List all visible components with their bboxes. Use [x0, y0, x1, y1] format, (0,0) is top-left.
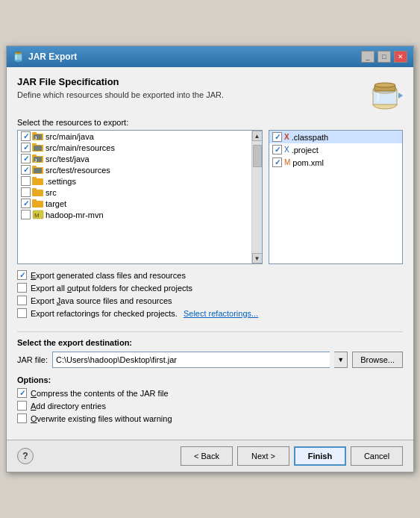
svg-rect-7 — [32, 132, 37, 134]
svg-rect-21 — [32, 177, 37, 179]
file-checkbox[interactable] — [272, 132, 282, 142]
tree-item[interactable]: src/main/resources — [18, 142, 251, 153]
destination-row: JAR file: ▼ Browse... — [17, 352, 403, 368]
option-label: Export generated class files and resourc… — [31, 271, 186, 280]
option-checkbox[interactable] — [17, 270, 27, 280]
dialog-footer: ? < Back Next > Finish Cancel — [7, 440, 413, 472]
jar-file-dropdown[interactable]: ▼ — [334, 352, 348, 368]
classpath-file-icon: X — [284, 133, 289, 141]
file-item-pom[interactable]: M pom.xml — [269, 156, 402, 169]
tree-scroll[interactable]: J src/main/java src/main/resources J src… — [18, 131, 251, 263]
maximize-button[interactable]: □ — [377, 51, 391, 63]
vertical-scrollbar[interactable]: ▲ ▼ — [251, 131, 262, 263]
scroll-up-arrow[interactable]: ▲ — [252, 131, 263, 141]
file-item-classpath[interactable]: X .classpath — [269, 131, 402, 143]
tree-item[interactable]: .settings — [18, 175, 251, 187]
scroll-track[interactable] — [252, 141, 263, 253]
file-panel: X .classpath X .project M pom.xml — [269, 130, 403, 264]
tree-item[interactable]: M hadoop-mr-mvn — [18, 209, 251, 220]
tree-item[interactable]: src — [18, 187, 251, 198]
tree-item[interactable]: J src/main/java — [18, 131, 251, 142]
svg-marker-5 — [398, 93, 403, 99]
svg-rect-23 — [32, 188, 37, 190]
scroll-down-arrow[interactable]: ▼ — [252, 253, 263, 263]
svg-rect-19 — [34, 168, 42, 173]
option-checkbox[interactable] — [17, 401, 27, 411]
tree-checkbox[interactable] — [21, 199, 31, 208]
next-button[interactable]: Next > — [237, 446, 289, 466]
jar-file-input[interactable] — [52, 352, 330, 368]
src-folder-icon — [32, 143, 44, 152]
help-button[interactable]: ? — [17, 448, 34, 464]
option-label: Export refactorings for checked projects… — [31, 309, 180, 318]
svg-rect-18 — [32, 166, 37, 168]
minimize-button[interactable]: _ — [361, 51, 374, 63]
option-checkbox[interactable] — [17, 414, 27, 423]
svg-rect-20 — [32, 178, 43, 185]
svg-rect-24 — [32, 201, 43, 207]
header-text: JAR File Specification Define which reso… — [17, 76, 224, 107]
file-checkbox[interactable] — [272, 157, 282, 167]
xml-file-icon: M — [284, 158, 290, 166]
option-checkbox[interactable] — [17, 296, 27, 305]
tree-checkbox[interactable] — [21, 131, 31, 141]
tree-checkbox[interactable] — [21, 165, 31, 175]
file-item-label: .classpath — [292, 133, 329, 142]
tree-item-label: hadoop-mr-mvn — [46, 210, 104, 219]
destination-section-label: Select the export destination: — [17, 338, 403, 347]
option-label: Compress the contents of the JAR file — [31, 389, 169, 398]
select-refactorings-link[interactable]: Select refactorings... — [184, 309, 258, 318]
file-item-label: .project — [292, 146, 319, 155]
export-options: Export generated class files and resourc… — [17, 270, 403, 318]
option-checkbox[interactable] — [17, 283, 27, 293]
tree-item-label: src/main/java — [46, 132, 94, 141]
footer-left: ? — [17, 448, 34, 464]
scroll-thumb[interactable] — [253, 145, 262, 167]
folder-icon — [32, 187, 44, 197]
file-checkbox[interactable] — [272, 145, 282, 155]
tree-item[interactable]: src/test/resources — [18, 164, 251, 175]
tree-checkbox[interactable] — [21, 210, 31, 219]
jar-icon-small: 🫙 — [13, 52, 24, 62]
src-folder-icon — [32, 165, 44, 175]
option-checkbox[interactable] — [17, 308, 27, 318]
tree-checkbox[interactable] — [21, 176, 31, 186]
project-file-icon: X — [284, 146, 289, 154]
browse-button[interactable]: Browse... — [352, 352, 403, 368]
tree-item[interactable]: J src/test/java — [18, 153, 251, 164]
file-item-project[interactable]: X .project — [269, 143, 402, 156]
footer-buttons: < Back Next > Finish Cancel — [181, 446, 403, 466]
tree-item-label: src/test/java — [46, 155, 90, 163]
titlebar-title: 🫙 JAR Export — [13, 52, 77, 62]
folder-icon — [32, 199, 44, 208]
export-option-1: Export generated class files and resourc… — [17, 270, 403, 280]
section-description: Define which resources should be exporte… — [17, 90, 224, 99]
window-title: JAR Export — [28, 52, 77, 62]
tree-item[interactable]: target — [18, 198, 251, 209]
svg-text:J: J — [34, 136, 37, 140]
cancel-button[interactable]: Cancel — [351, 446, 403, 466]
svg-rect-22 — [32, 190, 43, 196]
tree-checkbox[interactable] — [21, 187, 31, 197]
option-checkbox[interactable] — [17, 388, 27, 398]
separator-1 — [17, 331, 403, 332]
export-option-4: Export refactorings for checked projects… — [17, 308, 403, 318]
tree-item-label: src — [46, 188, 57, 197]
tree-item-label: src/main/resources — [46, 143, 115, 152]
options-label: Options: — [17, 375, 403, 384]
svg-text:M: M — [34, 212, 40, 219]
src-folder-icon: J — [32, 131, 44, 141]
close-button[interactable]: ✕ — [394, 51, 407, 63]
tree-checkbox[interactable] — [21, 154, 31, 163]
titlebar-controls: _ □ ✕ — [361, 51, 407, 63]
src-folder-icon: J — [32, 154, 44, 163]
tree-checkbox[interactable] — [21, 143, 31, 152]
back-button[interactable]: < Back — [181, 446, 233, 466]
resources-section: J src/main/java src/main/resources J src… — [17, 130, 403, 264]
svg-rect-12 — [34, 146, 42, 151]
tree-item-label: .settings — [46, 177, 76, 186]
tree-item-label: target — [46, 199, 66, 208]
main-content: JAR File Specification Define which reso… — [7, 67, 413, 440]
finish-button[interactable]: Finish — [294, 446, 346, 466]
jar-export-window: 🫙 JAR Export _ □ ✕ JAR File Specificatio… — [6, 46, 414, 472]
